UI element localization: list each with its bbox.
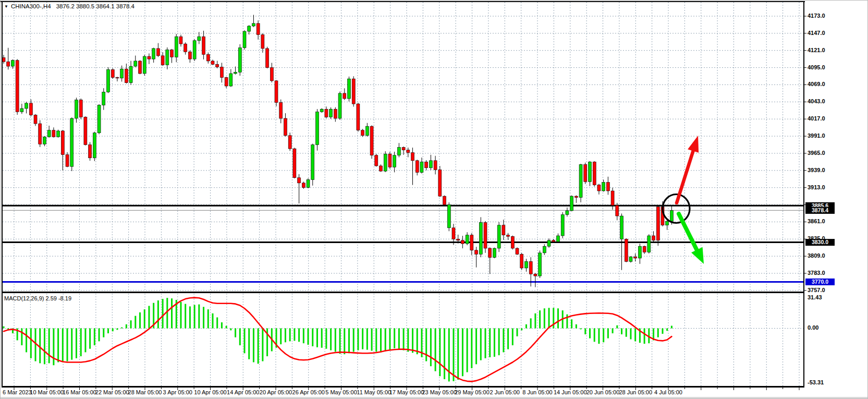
macd-histogram-bar: [571, 319, 572, 328]
price-axis-label: 3861.0: [808, 218, 825, 224]
macd-histogram-bar: [503, 329, 504, 353]
bull-candle: [602, 183, 605, 191]
macd-histogram-bar: [335, 329, 336, 352]
macd-histogram-bar: [339, 329, 341, 354]
ohlc-readout: 3876.2 3880.5 3864.1 3878.4: [56, 3, 135, 9]
macd-histogram-bar: [221, 322, 223, 328]
bull-candle: [129, 66, 132, 83]
bear-candle: [220, 67, 223, 77]
bull-candle: [238, 48, 241, 72]
bull-candle: [57, 131, 60, 137]
bull-candle: [479, 223, 482, 255]
bear-candle: [34, 115, 37, 124]
macd-histogram-bar: [634, 329, 636, 342]
macd-histogram-bar: [353, 329, 354, 352]
bear-candle: [188, 52, 191, 59]
time-axis-label: 11 May 05:00: [357, 389, 391, 395]
price-axis-label: 3991.0: [808, 132, 825, 139]
macd-histogram-bar: [548, 308, 550, 328]
macd-histogram-bar: [39, 329, 41, 364]
bear-candle: [634, 257, 637, 258]
bear-candle: [202, 37, 205, 54]
macd-histogram-bar: [112, 329, 114, 332]
bear-candle: [402, 148, 405, 150]
bear-candle: [370, 126, 373, 155]
macd-histogram-bar: [212, 313, 213, 329]
macd-axis-label: 31.43: [808, 294, 822, 300]
time-axis-label: 20 Apr 05:00: [260, 389, 292, 395]
bull-candle: [588, 162, 591, 182]
bull-candle: [320, 109, 323, 112]
bear-candle: [52, 130, 55, 137]
chart-title: ▼CHINA300-,H43876.2 3880.5 3864.1 3878.4: [4, 3, 135, 9]
bear-candle: [529, 261, 532, 274]
macd-histogram-bar: [626, 329, 627, 337]
macd-histogram-bar: [534, 313, 536, 329]
macd-histogram-bar: [325, 329, 327, 349]
symbol-dropdown-icon[interactable]: ▼: [4, 4, 8, 9]
bear-candle: [266, 49, 269, 68]
macd-histogram-bar: [99, 329, 100, 342]
price-level-badge-label: 3770.0: [812, 279, 828, 285]
macd-histogram-bar: [603, 329, 604, 343]
bear-candle: [275, 81, 278, 103]
bull-candle: [338, 93, 341, 118]
time-axis[interactable]: 6 Mar 202310 Mar 05:0016 Mar 05:0022 Mar…: [3, 389, 682, 395]
price-chart-canvas[interactable]: 4173.04147.04121.04095.04069.04043.04017…: [1, 1, 868, 399]
macd-histogram-bar: [308, 329, 309, 345]
bear-candle: [625, 239, 628, 261]
macd-histogram-bar: [321, 329, 323, 348]
macd-histogram-bar: [303, 329, 304, 344]
macd-histogram-bar: [662, 329, 663, 334]
macd-histogram-bar: [216, 317, 218, 328]
bear-candle: [79, 100, 82, 117]
macd-histogram-bar: [517, 329, 518, 336]
macd-histogram-bar: [525, 324, 527, 329]
macd-histogram-bar: [280, 329, 282, 345]
macd-histogram-bar: [194, 305, 195, 329]
macd-histogram-bar: [430, 329, 432, 367]
macd-histogram-bar: [557, 308, 559, 328]
macd-histogram-bar: [644, 329, 645, 344]
bear-candle: [7, 62, 10, 66]
macd-histogram-bar: [67, 329, 68, 361]
macd-indicator-label: MACD(12,26,9) 2.59 -8.19: [4, 295, 71, 301]
bull-candle: [175, 37, 178, 57]
bear-candle: [334, 109, 337, 118]
bull-candle: [120, 69, 124, 78]
macd-histogram-bar: [285, 329, 286, 343]
macd-histogram-bar: [316, 329, 318, 347]
bear-candle: [375, 155, 378, 166]
bull-candle: [347, 79, 350, 99]
macd-histogram-bar: [171, 298, 173, 328]
macd-histogram-bar: [366, 329, 368, 350]
macd-histogram-bar: [80, 329, 82, 357]
macd-histogram-bar: [521, 329, 522, 331]
time-axis-label: 2 Jun 05:00: [490, 389, 520, 395]
time-axis-label: 29 May 05:00: [455, 389, 490, 395]
macd-histogram-bar: [566, 315, 568, 329]
macd-histogram-bar: [3, 327, 5, 329]
bear-candle: [139, 61, 142, 74]
bear-candle: [593, 162, 596, 185]
bull-candle: [629, 257, 632, 261]
bear-candle: [184, 44, 187, 52]
price-axis-label: 4147.0: [808, 30, 825, 36]
bear-candle: [84, 117, 87, 144]
bull-candle: [466, 235, 469, 244]
bull-candle: [152, 49, 155, 59]
macd-histogram-bar: [671, 326, 673, 329]
macd-histogram-bar: [89, 329, 91, 349]
bear-candle: [388, 154, 392, 167]
bull-candle: [193, 41, 196, 59]
macd-histogram-bar: [403, 329, 405, 350]
macd-histogram-bar: [344, 329, 345, 355]
time-axis-label: 10 Apr 05:00: [194, 389, 226, 395]
macd-histogram-bar: [126, 324, 127, 329]
macd-histogram-bar: [512, 329, 514, 346]
bear-candle: [325, 109, 328, 117]
time-axis-label: 16 Mar 05:00: [63, 389, 96, 395]
time-axis-label: 3 Apr 05:00: [163, 389, 192, 395]
macd-histogram-bar: [394, 329, 395, 348]
macd-histogram-bar: [439, 329, 441, 377]
